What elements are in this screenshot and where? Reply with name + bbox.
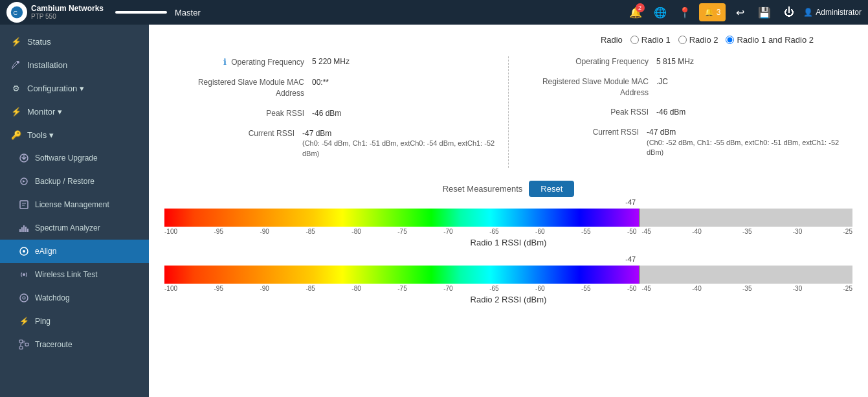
sidebar-item-label: License Management bbox=[35, 200, 109, 209]
watchdog-icon bbox=[18, 292, 30, 304]
monitor-icon: ⚡ bbox=[10, 106, 22, 117]
r2-freq-key: Operating Frequency bbox=[519, 56, 649, 67]
radio-both-option[interactable]: Radio 1 and Radio 2 bbox=[726, 35, 814, 45]
r1-mac-row: Registered Slave Module MAC Address 00:*… bbox=[175, 77, 498, 99]
rssi2-marker: -47 bbox=[625, 255, 636, 263]
sidebar-item-label: eAlign bbox=[35, 247, 56, 256]
device-name[interactable] bbox=[115, 11, 167, 14]
svg-rect-8 bbox=[23, 225, 25, 232]
r1-mac-val: 00:** bbox=[312, 77, 329, 99]
sidebar-item-watchdog[interactable]: Watchdog bbox=[0, 286, 149, 310]
status-icon: ⚡ bbox=[10, 36, 22, 47]
rssi2-bar bbox=[164, 266, 852, 284]
sidebar-item-label: Watchdog bbox=[35, 293, 70, 302]
reset-button[interactable]: Reset bbox=[529, 181, 574, 197]
sidebar-item-label: Ping bbox=[35, 317, 50, 326]
svg-rect-7 bbox=[21, 227, 23, 232]
reset-row: Reset Measurements Reset bbox=[164, 181, 852, 197]
rssi2-section: -47 -100 -95 -90 -85 -80 -75 -70 -65 -60 bbox=[164, 266, 852, 304]
sidebar-item-ping[interactable]: ⚡ Ping bbox=[0, 310, 149, 333]
sidebar-item-backup-restore[interactable]: Backup / Restore bbox=[0, 170, 149, 193]
config-icon: ⚙ bbox=[10, 82, 22, 94]
r1-mac-key: Registered Slave Module MAC Address bbox=[175, 77, 304, 99]
sidebar-item-label: Status bbox=[27, 37, 51, 47]
rssi1-gray bbox=[640, 209, 852, 227]
ping-icon: ⚡ bbox=[18, 315, 30, 327]
location-button[interactable]: 📍 bbox=[674, 2, 695, 23]
r2-current-key: Current RSSI bbox=[519, 127, 639, 158]
alarm-count: 3 bbox=[717, 8, 721, 17]
svg-point-14 bbox=[20, 294, 28, 302]
undo-button[interactable]: ↩ bbox=[729, 2, 750, 23]
sidebar-item-monitor[interactable]: ⚡ Monitor ▾ bbox=[0, 100, 149, 123]
backup-restore-icon bbox=[18, 176, 30, 187]
rssi1-marker: -47 bbox=[625, 198, 636, 206]
save-button[interactable]: 💾 bbox=[754, 2, 775, 23]
sidebar-item-wireless-link-test[interactable]: Wireless Link Test bbox=[0, 263, 149, 286]
r1-freq-val: 5 220 MHz bbox=[312, 56, 350, 68]
topnav-icons: 🔔2 🌐 📍 🔔 3 ↩ 💾 ⏻ 👤 Administrator bbox=[625, 2, 862, 23]
ealign-icon bbox=[18, 245, 30, 257]
installation-icon bbox=[10, 59, 22, 71]
sidebar-item-spectrum-analyzer[interactable]: Spectrum Analyzer bbox=[0, 216, 149, 240]
sidebar-item-label: Spectrum Analyzer bbox=[35, 223, 100, 233]
power-button[interactable]: ⏻ bbox=[779, 2, 799, 23]
globe-button[interactable]: 🌐 bbox=[650, 2, 671, 23]
sidebar-item-label: Traceroute bbox=[35, 340, 72, 349]
sidebar-item-label: Backup / Restore bbox=[35, 177, 95, 186]
user-icon: 👤 bbox=[803, 8, 813, 17]
logo-icon: C bbox=[6, 2, 27, 23]
r2-peak-row: Peak RSSI -46 dBm bbox=[519, 107, 842, 118]
r2-mac-val: .JC bbox=[656, 76, 668, 98]
sidebar-item-label: Configuration ▾ bbox=[27, 84, 84, 93]
sidebar-item-traceroute[interactable]: Traceroute bbox=[0, 333, 149, 356]
sidebar-item-tools[interactable]: 🔑 Tools ▾ bbox=[0, 123, 149, 146]
spectrum-icon bbox=[18, 222, 30, 234]
r1-current-val: -47 dBm (Ch0: -54 dBm, Ch1: -51 dBm, ext… bbox=[302, 128, 498, 159]
sidebar-item-ealign[interactable]: eAlign bbox=[0, 240, 149, 263]
radio2-input[interactable] bbox=[678, 36, 687, 44]
rssi2-title: Radio 2 RSSI (dBm) bbox=[164, 295, 852, 304]
r2-mac-row: Registered Slave Module MAC Address .JC bbox=[519, 76, 842, 98]
sidebar-item-label: Tools ▾ bbox=[27, 130, 54, 140]
bell-button[interactable]: 🔔2 bbox=[625, 2, 646, 23]
radio-selector: Radio Radio 1 Radio 2 Radio 1 and Radio … bbox=[164, 35, 852, 45]
r2-current-val: -47 dBm (Ch0: -52 dBm, Ch1: -55 dBm, ext… bbox=[647, 127, 842, 158]
wireless-link-test-icon bbox=[18, 269, 30, 280]
radio2-option[interactable]: Radio 2 bbox=[678, 35, 718, 45]
master-label: Master bbox=[175, 8, 201, 17]
svg-rect-10 bbox=[27, 229, 28, 232]
rssi2-gray bbox=[640, 266, 852, 284]
radio-label: Radio bbox=[601, 35, 623, 45]
radio1-input[interactable] bbox=[630, 36, 639, 44]
radio-both-input[interactable] bbox=[726, 36, 734, 44]
r2-peak-key: Peak RSSI bbox=[519, 107, 649, 118]
svg-rect-16 bbox=[19, 340, 23, 343]
alarm-button[interactable]: 🔔 3 bbox=[699, 3, 726, 21]
sidebar-item-label: Monitor ▾ bbox=[27, 107, 62, 117]
sidebar-item-status[interactable]: ⚡ Status bbox=[0, 30, 149, 53]
r1-freq-row: ℹ Operating Frequency 5 220 MHz bbox=[175, 56, 498, 68]
svg-point-12 bbox=[23, 250, 25, 253]
rssi1-gradient bbox=[164, 209, 639, 227]
sidebar-item-label: Installation bbox=[27, 60, 67, 70]
svg-rect-17 bbox=[25, 343, 28, 346]
main-content: Radio Radio 1 Radio 2 Radio 1 and Radio … bbox=[149, 25, 868, 397]
sidebar-item-software-upgrade[interactable]: Software Upgrade bbox=[0, 146, 149, 170]
svg-rect-5 bbox=[20, 201, 28, 209]
r2-freq-val: 5 815 MHz bbox=[656, 56, 694, 67]
svg-rect-6 bbox=[19, 229, 21, 232]
rssi2-gradient bbox=[164, 266, 639, 284]
sidebar-item-configuration[interactable]: ⚙ Configuration ▾ bbox=[0, 76, 149, 100]
sidebar-item-installation[interactable]: Installation bbox=[0, 53, 149, 76]
rssi1-scale: -100 -95 -90 -85 -80 -75 -70 -65 -60 -55… bbox=[164, 228, 852, 235]
tools-icon: 🔑 bbox=[10, 129, 22, 141]
radio1-option[interactable]: Radio 1 bbox=[630, 35, 671, 45]
sidebar-item-license-management[interactable]: License Management bbox=[0, 193, 149, 216]
rssi1-title: Radio 1 RSSI (dBm) bbox=[164, 238, 852, 247]
layout: ⚡ Status Installation ⚙ Configuration ▾ … bbox=[0, 25, 868, 397]
r2-current-row: Current RSSI -47 dBm (Ch0: -52 dBm, Ch1:… bbox=[519, 127, 842, 158]
user-button[interactable]: 👤 Administrator bbox=[803, 8, 862, 17]
svg-point-15 bbox=[23, 297, 25, 299]
svg-text:C: C bbox=[14, 10, 18, 16]
